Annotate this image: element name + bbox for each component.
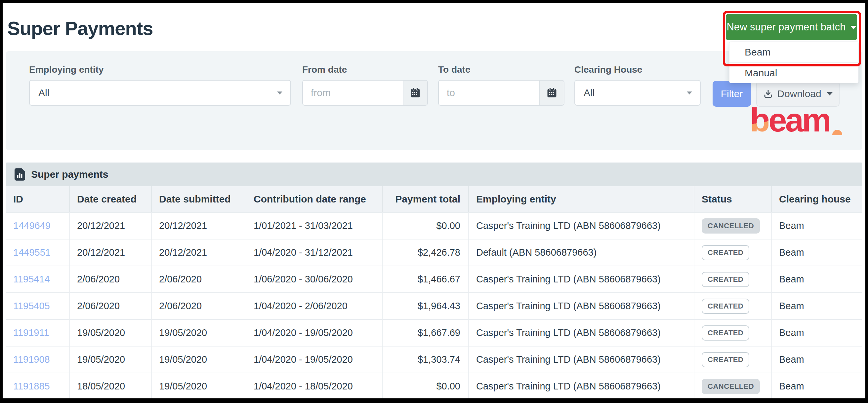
to-date-calendar-button[interactable] bbox=[539, 80, 564, 105]
entity-cell: Casper's Training LTD (ABN 58606879663) bbox=[468, 346, 694, 373]
page-title: Super Payments bbox=[7, 17, 153, 39]
col-header-status: Status bbox=[694, 186, 771, 212]
date-submitted-cell: 19/05/2020 bbox=[151, 320, 246, 346]
entity-cell: Casper's Training LTD (ABN 58606879663) bbox=[468, 213, 694, 239]
menu-item-beam[interactable]: Beam bbox=[730, 42, 859, 62]
range-cell: 1/01/2021 - 31/03/2021 bbox=[246, 213, 382, 239]
col-header-date-created: Date created bbox=[69, 186, 151, 212]
total-cell: $2,426.78 bbox=[382, 239, 468, 266]
employing-entity-label: Employing entity bbox=[29, 64, 104, 75]
table-row: 1191911 19/05/2020 19/05/2020 1/04/2020 … bbox=[6, 319, 862, 346]
clearing-house-value: All bbox=[584, 87, 594, 98]
payment-id-link[interactable]: 1191911 bbox=[13, 327, 49, 338]
table-header-row: ID Date created Date submitted Contribut… bbox=[6, 186, 862, 212]
download-icon bbox=[763, 89, 773, 99]
filter-button[interactable]: Filter bbox=[713, 81, 751, 107]
date-submitted-cell: 19/05/2020 bbox=[151, 373, 246, 398]
to-date-label: To date bbox=[438, 64, 470, 75]
date-created-cell: 20/12/2021 bbox=[69, 213, 151, 239]
status-badge: CANCELLED bbox=[702, 219, 760, 234]
range-cell: 1/04/2020 - 2/06/2020 bbox=[246, 293, 382, 319]
total-cell: $0.00 bbox=[382, 373, 468, 398]
total-cell: $1,466.67 bbox=[382, 266, 468, 292]
range-cell: 1/04/2020 - 19/05/2020 bbox=[246, 320, 382, 346]
status-badge: CREATED bbox=[702, 325, 749, 341]
payment-id-link[interactable]: 1449551 bbox=[13, 247, 51, 258]
beam-logo-b: b bbox=[750, 103, 769, 136]
entity-cell: Casper's Training LTD (ABN 58606879663) bbox=[468, 320, 694, 346]
range-cell: 1/04/2020 - 31/12/2021 bbox=[246, 239, 382, 266]
entity-cell: Default (ABN 58606879663) bbox=[468, 239, 694, 266]
from-date-input[interactable] bbox=[303, 80, 403, 105]
col-header-entity: Employing entity bbox=[468, 186, 694, 212]
new-batch-dropdown-menu: Beam Manual bbox=[729, 42, 859, 83]
range-cell: 1/04/2020 - 18/05/2020 bbox=[246, 373, 382, 398]
employing-entity-value: All bbox=[38, 87, 49, 98]
range-cell: 1/04/2020 - 19/05/2020 bbox=[246, 346, 382, 373]
payment-id-link[interactable]: 1191908 bbox=[13, 354, 50, 365]
from-date-group bbox=[302, 80, 428, 106]
status-badge: CREATED bbox=[702, 272, 749, 287]
download-label: Download bbox=[777, 88, 821, 99]
from-date-calendar-button[interactable] bbox=[403, 80, 427, 105]
col-header-id: ID bbox=[6, 186, 69, 212]
date-created-cell: 2/06/2020 bbox=[69, 293, 151, 319]
table-row: 1191908 19/05/2020 19/05/2020 1/04/2020 … bbox=[6, 346, 862, 373]
date-submitted-cell: 20/12/2021 bbox=[151, 213, 246, 239]
date-created-cell: 18/05/2020 bbox=[69, 373, 151, 398]
calendar-icon bbox=[410, 87, 421, 98]
employing-entity-select[interactable]: All bbox=[29, 80, 291, 106]
table-row: 1191885 18/05/2020 19/05/2020 1/04/2020 … bbox=[6, 373, 862, 398]
report-file-icon bbox=[14, 168, 25, 181]
chevron-down-icon bbox=[827, 92, 833, 96]
total-cell: $0.00 bbox=[382, 213, 468, 239]
table-row: 1449649 20/12/2021 20/12/2021 1/01/2021 … bbox=[6, 212, 862, 239]
table-row: 1195414 2/06/2020 2/06/2020 1/06/2020 - … bbox=[6, 266, 862, 292]
table-section-title: Super payments bbox=[31, 169, 108, 180]
entity-cell: Casper's Training LTD (ABN 58606879663) bbox=[468, 266, 694, 292]
from-date-label: From date bbox=[302, 64, 347, 75]
clearing-house-select[interactable]: All bbox=[575, 80, 701, 106]
payment-id-link[interactable]: 1191885 bbox=[13, 381, 50, 392]
date-submitted-cell: 19/05/2020 bbox=[151, 346, 246, 373]
payment-id-link[interactable]: 1195405 bbox=[13, 301, 50, 311]
clearing-house-label: Clearing House bbox=[575, 64, 642, 75]
beam-logo-dot bbox=[832, 130, 842, 135]
new-super-payment-batch-button[interactable]: New super payment batch bbox=[726, 14, 857, 40]
status-badge: CANCELLED bbox=[702, 379, 760, 394]
payment-id-link[interactable]: 1449649 bbox=[13, 220, 51, 231]
beam-logo: beam bbox=[750, 103, 842, 136]
super-payments-table: Super payments ID Date created Date subm… bbox=[6, 163, 862, 398]
status-badge: CREATED bbox=[702, 245, 749, 260]
clearing-house-cell: Beam bbox=[771, 213, 862, 239]
clearing-house-cell: Beam bbox=[771, 373, 862, 398]
screenshot-frame: Super Payments Employing entity All From… bbox=[0, 0, 868, 403]
col-header-clearing: Clearing house bbox=[771, 186, 862, 212]
page: Super Payments Employing entity All From… bbox=[3, 3, 865, 398]
calendar-icon bbox=[546, 87, 558, 98]
clearing-house-cell: Beam bbox=[771, 266, 862, 292]
date-submitted-cell: 20/12/2021 bbox=[151, 239, 246, 266]
total-cell: $1,303.74 bbox=[382, 346, 468, 373]
entity-cell: Casper's Training LTD (ABN 58606879663) bbox=[468, 293, 694, 319]
to-date-input[interactable] bbox=[439, 80, 539, 105]
col-header-date-submitted: Date submitted bbox=[151, 186, 246, 212]
range-cell: 1/06/2020 - 30/06/2020 bbox=[246, 266, 382, 292]
new-batch-label: New super payment batch bbox=[726, 21, 845, 33]
total-cell: $1,964.43 bbox=[382, 293, 468, 319]
status-badge: CREATED bbox=[702, 299, 749, 314]
clearing-house-cell: Beam bbox=[771, 293, 862, 319]
chevron-down-icon bbox=[850, 26, 857, 29]
table-row: 1195405 2/06/2020 2/06/2020 1/04/2020 - … bbox=[6, 292, 862, 319]
beam-logo-text: eam bbox=[769, 103, 830, 136]
menu-item-manual[interactable]: Manual bbox=[730, 62, 859, 83]
date-submitted-cell: 2/06/2020 bbox=[151, 266, 246, 292]
chevron-down-icon bbox=[687, 92, 692, 95]
table-row: 1449551 20/12/2021 20/12/2021 1/04/2020 … bbox=[6, 239, 862, 266]
table-section-header: Super payments bbox=[6, 163, 862, 186]
col-header-range: Contribution date range bbox=[246, 186, 382, 212]
col-header-total: Payment total bbox=[382, 186, 468, 212]
status-badge: CREATED bbox=[702, 352, 749, 367]
date-submitted-cell: 2/06/2020 bbox=[151, 293, 246, 319]
payment-id-link[interactable]: 1195414 bbox=[13, 274, 50, 285]
